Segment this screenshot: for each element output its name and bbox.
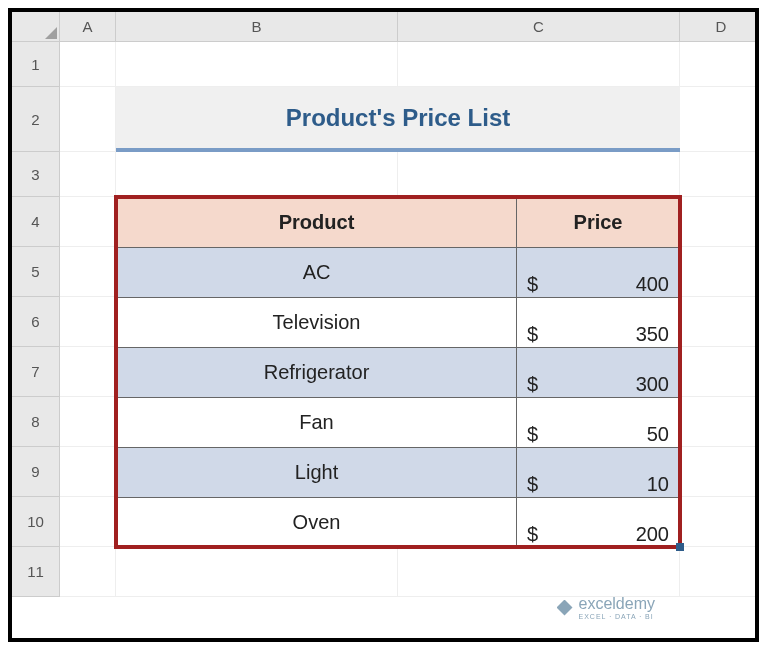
cell-a5[interactable]: [60, 247, 116, 297]
cell-price[interactable]: $10: [517, 448, 680, 498]
row-header-6[interactable]: 6: [12, 297, 60, 347]
row-header-1[interactable]: 1: [12, 42, 60, 87]
cell-price[interactable]: $400: [517, 248, 680, 298]
header-price[interactable]: Price: [517, 198, 680, 248]
col-header-b[interactable]: B: [116, 12, 398, 42]
price-table: Product Price AC $400 Television $350 Re…: [116, 197, 680, 548]
currency-symbol: $: [527, 373, 538, 396]
cell-a4[interactable]: [60, 197, 116, 247]
cell-d11[interactable]: [680, 547, 759, 597]
cell-price[interactable]: $350: [517, 298, 680, 348]
cell-a9[interactable]: [60, 447, 116, 497]
row-header-7[interactable]: 7: [12, 347, 60, 397]
table-row: Light $10: [117, 448, 680, 498]
screenshot-frame: A B C D 1 2 Product's Price List 3 4 Pro…: [8, 8, 759, 642]
table-row: AC $400: [117, 248, 680, 298]
table-row: Fan $50: [117, 398, 680, 448]
watermark: exceldemy EXCEL · DATA · BI: [557, 595, 655, 620]
row-header-11[interactable]: 11: [12, 547, 60, 597]
cell-a11[interactable]: [60, 547, 116, 597]
cell-c3[interactable]: [398, 152, 680, 197]
currency-symbol: $: [527, 323, 538, 346]
price-value: 400: [636, 273, 669, 296]
watermark-text: exceldemy: [579, 595, 655, 612]
price-value: 50: [647, 423, 669, 446]
table-row: Television $350: [117, 298, 680, 348]
cell-product[interactable]: AC: [117, 248, 517, 298]
row-header-9[interactable]: 9: [12, 447, 60, 497]
cell-d6[interactable]: [680, 297, 759, 347]
cell-a3[interactable]: [60, 152, 116, 197]
select-all-corner[interactable]: [12, 12, 60, 42]
watermark-subtext: EXCEL · DATA · BI: [579, 613, 655, 620]
cell-price[interactable]: $50: [517, 398, 680, 448]
cell-b3[interactable]: [116, 152, 398, 197]
row-header-10[interactable]: 10: [12, 497, 60, 547]
cell-d4[interactable]: [680, 197, 759, 247]
price-value: 10: [647, 473, 669, 496]
cell-d7[interactable]: [680, 347, 759, 397]
currency-symbol: $: [527, 473, 538, 496]
price-value: 350: [636, 323, 669, 346]
cell-price[interactable]: $300: [517, 348, 680, 398]
row-header-2[interactable]: 2: [12, 87, 60, 152]
cell-d9[interactable]: [680, 447, 759, 497]
fill-handle[interactable]: [676, 543, 684, 551]
price-value: 200: [636, 523, 669, 546]
cell-c1[interactable]: [398, 42, 680, 87]
row-header-3[interactable]: 3: [12, 152, 60, 197]
price-value: 300: [636, 373, 669, 396]
cell-product[interactable]: Light: [117, 448, 517, 498]
cell-product[interactable]: Refrigerator: [117, 348, 517, 398]
cell-c11[interactable]: [398, 547, 680, 597]
currency-symbol: $: [527, 423, 538, 446]
cell-a1[interactable]: [60, 42, 116, 87]
cell-d2[interactable]: [680, 87, 759, 152]
data-table-range[interactable]: Product Price AC $400 Television $350 Re…: [116, 197, 680, 547]
cell-a6[interactable]: [60, 297, 116, 347]
currency-symbol: $: [527, 273, 538, 296]
row-header-4[interactable]: 4: [12, 197, 60, 247]
watermark-logo-icon: [557, 600, 573, 616]
cell-d3[interactable]: [680, 152, 759, 197]
cell-price[interactable]: $200: [517, 498, 680, 548]
row-header-8[interactable]: 8: [12, 397, 60, 447]
cell-a10[interactable]: [60, 497, 116, 547]
cell-b1[interactable]: [116, 42, 398, 87]
currency-symbol: $: [527, 523, 538, 546]
cell-product[interactable]: Fan: [117, 398, 517, 448]
spreadsheet-grid: A B C D 1 2 Product's Price List 3 4 Pro…: [12, 12, 755, 597]
cell-product[interactable]: Oven: [117, 498, 517, 548]
title-cell[interactable]: Product's Price List: [116, 87, 680, 152]
col-header-d[interactable]: D: [680, 12, 759, 42]
header-product[interactable]: Product: [117, 198, 517, 248]
cell-a2[interactable]: [60, 87, 116, 152]
cell-product[interactable]: Television: [117, 298, 517, 348]
cell-d5[interactable]: [680, 247, 759, 297]
cell-a7[interactable]: [60, 347, 116, 397]
table-row: Oven $200: [117, 498, 680, 548]
cell-d8[interactable]: [680, 397, 759, 447]
cell-b11[interactable]: [116, 547, 398, 597]
cell-d1[interactable]: [680, 42, 759, 87]
col-header-c[interactable]: C: [398, 12, 680, 42]
col-header-a[interactable]: A: [60, 12, 116, 42]
row-header-5[interactable]: 5: [12, 247, 60, 297]
cell-d10[interactable]: [680, 497, 759, 547]
cell-a8[interactable]: [60, 397, 116, 447]
table-row: Refrigerator $300: [117, 348, 680, 398]
